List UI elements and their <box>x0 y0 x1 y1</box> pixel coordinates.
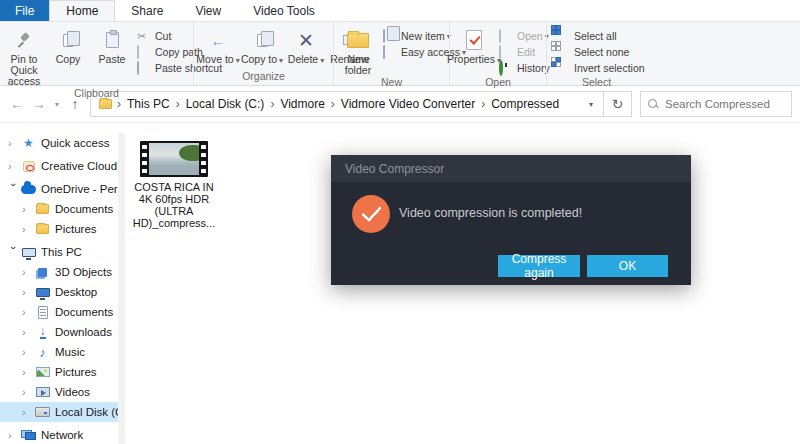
move-to-button[interactable]: ← Move to <box>196 25 240 66</box>
search-box[interactable] <box>640 91 792 117</box>
edit-button[interactable]: Edit <box>496 44 553 60</box>
chevron-right-icon[interactable]: › <box>22 203 34 215</box>
breadcrumb-compressed[interactable]: Compressed <box>486 97 564 111</box>
search-input[interactable] <box>665 98 785 110</box>
chevron-expanded-icon[interactable]: › <box>8 246 20 258</box>
videos-icon <box>34 387 51 397</box>
chevron-right-icon[interactable]: › <box>22 406 34 418</box>
chevron-right-icon[interactable]: › <box>22 266 34 278</box>
properties-button[interactable]: Properties <box>452 25 496 66</box>
sidebar-item-pictures[interactable]: › Pictures <box>0 362 118 382</box>
paste-shortcut-icon <box>137 62 151 74</box>
breadcrumb-local-disk[interactable]: Local Disk (C:) <box>181 97 270 111</box>
move-to-icon: ← <box>211 32 226 49</box>
address-dropdown-chevron-icon[interactable]: ▾ <box>581 100 601 109</box>
chevron-right-icon[interactable]: › <box>8 160 20 172</box>
music-icon: ♪ <box>34 345 51 360</box>
ribbon-group-select: Select all Select none Invert selection … <box>546 22 646 85</box>
dialog-title: Video Compressor <box>345 162 444 176</box>
select-all-button[interactable]: Select all <box>553 28 648 44</box>
sidebar-item-3d-objects[interactable]: › 3D Objects <box>0 262 118 282</box>
sidebar-item-desktop[interactable]: › Desktop <box>0 282 118 302</box>
group-label-new: New <box>334 76 449 89</box>
history-button[interactable]: History <box>496 60 553 76</box>
new-folder-button[interactable]: New folder <box>336 25 380 76</box>
copy-to-button[interactable]: Copy to <box>240 25 284 66</box>
properties-icon <box>466 30 482 50</box>
chevron-expanded-icon[interactable]: › <box>8 183 20 195</box>
address-folder-icon <box>97 99 114 109</box>
paste-button[interactable]: Paste <box>90 25 134 65</box>
new-item-icon <box>383 30 397 42</box>
sidebar-item-creative-cloud-files[interactable]: › Creative Cloud Files <box>0 156 118 176</box>
tab-video-tools[interactable]: Video Tools <box>237 0 331 21</box>
folder-icon <box>34 224 51 234</box>
scissors-icon: ✂ <box>137 30 151 42</box>
ribbon-group-open: Properties Open Edit History Open <box>449 22 546 85</box>
chevron-right-icon[interactable]: › <box>22 366 34 378</box>
file-item-costa-rica-video[interactable]: COSTA RICA IN 4K 60fps HDR (ULTRA HD)_co… <box>129 141 219 229</box>
3d-objects-icon <box>34 268 51 277</box>
tab-home[interactable]: Home <box>49 0 115 21</box>
onedrive-cloud-icon <box>20 185 37 194</box>
navigation-pane: › ★ Quick access › Creative Cloud Files … <box>0 123 118 444</box>
easy-access-icon <box>383 46 397 58</box>
dialog-title-bar[interactable]: Video Compressor <box>331 155 691 182</box>
sidebar-item-documents[interactable]: › Documents <box>0 302 118 322</box>
tab-view[interactable]: View <box>179 0 237 21</box>
pin-to-quick-access-button[interactable]: Pin to Quick access <box>2 25 46 87</box>
tab-file[interactable]: File <box>0 0 49 21</box>
sidebar-item-music[interactable]: › ♪ Music <box>0 342 118 362</box>
chevron-right-icon[interactable]: › <box>22 223 34 235</box>
sidebar-item-local-disk-c[interactable]: › Local Disk (C:) <box>0 402 118 422</box>
sidebar-item-videos[interactable]: › Videos <box>0 382 118 402</box>
refresh-button[interactable]: ↻ <box>604 91 632 117</box>
open-button[interactable]: Open <box>496 28 553 44</box>
tab-share[interactable]: Share <box>115 0 179 21</box>
open-icon <box>499 30 513 42</box>
select-none-button[interactable]: Select none <box>553 44 648 60</box>
edit-icon <box>499 46 513 58</box>
sidebar-item-onedrive[interactable]: › OneDrive - Personal <box>0 179 118 199</box>
chevron-right-icon[interactable]: › <box>8 137 20 149</box>
desktop-icon <box>34 288 51 297</box>
delete-icon: ✕ <box>298 31 314 50</box>
breadcrumb-vidmore-video-converter[interactable]: Vidmore Video Converter <box>336 97 480 111</box>
chevron-right-icon[interactable]: › <box>22 306 34 318</box>
dialog-message: Video compression is completed! <box>399 206 582 220</box>
folder-icon <box>34 204 51 214</box>
sidebar-item-downloads[interactable]: › ↓ Downloads <box>0 322 118 342</box>
video-compressor-dialog: Video Compressor Video compression is co… <box>331 155 691 285</box>
ok-button[interactable]: OK <box>587 255 668 277</box>
breadcrumb-vidmore[interactable]: Vidmore <box>275 97 329 111</box>
quick-access-star-icon: ★ <box>20 136 37 150</box>
chevron-right-icon[interactable]: › <box>8 429 20 441</box>
invert-selection-icon <box>556 62 570 74</box>
pin-icon <box>16 32 32 48</box>
sidebar-item-this-pc[interactable]: › This PC <box>0 242 118 262</box>
sidebar-item-onedrive-documents[interactable]: › Documents <box>0 199 118 219</box>
ribbon-tab-bar: File Home Share View Video Tools <box>0 0 800 22</box>
sidebar-scrollbar[interactable] <box>118 133 125 444</box>
creative-cloud-icon <box>20 161 37 172</box>
pictures-icon <box>34 367 51 377</box>
chevron-right-icon[interactable]: › <box>22 346 34 358</box>
ribbon-group-clipboard: Pin to Quick access Copy Paste ✂ Cut Cop… <box>0 22 193 85</box>
sidebar-item-onedrive-pictures[interactable]: › Pictures <box>0 219 118 239</box>
video-thumbnail <box>140 141 208 177</box>
invert-selection-button[interactable]: Invert selection <box>553 60 648 76</box>
sidebar-item-network[interactable]: › Network <box>0 425 118 444</box>
downloads-icon: ↓ <box>34 326 51 339</box>
chevron-right-icon[interactable]: › <box>22 326 34 338</box>
copy-icon <box>63 34 74 47</box>
group-label-select: Select <box>547 76 646 89</box>
recent-locations-chevron-icon[interactable]: ▾ <box>50 100 64 109</box>
chevron-right-icon[interactable]: › <box>22 286 34 298</box>
chevron-right-icon[interactable]: › <box>22 386 34 398</box>
copy-button[interactable]: Copy <box>46 25 90 65</box>
file-name: COSTA RICA IN 4K 60fps HDR (ULTRA HD)_co… <box>129 181 219 229</box>
file-list: COSTA RICA IN 4K 60fps HDR (ULTRA HD)_co… <box>125 123 800 444</box>
delete-button[interactable]: ✕ Delete <box>284 25 328 66</box>
sidebar-item-quick-access[interactable]: › ★ Quick access <box>0 133 118 153</box>
compress-again-button[interactable]: Compress again <box>498 255 580 277</box>
